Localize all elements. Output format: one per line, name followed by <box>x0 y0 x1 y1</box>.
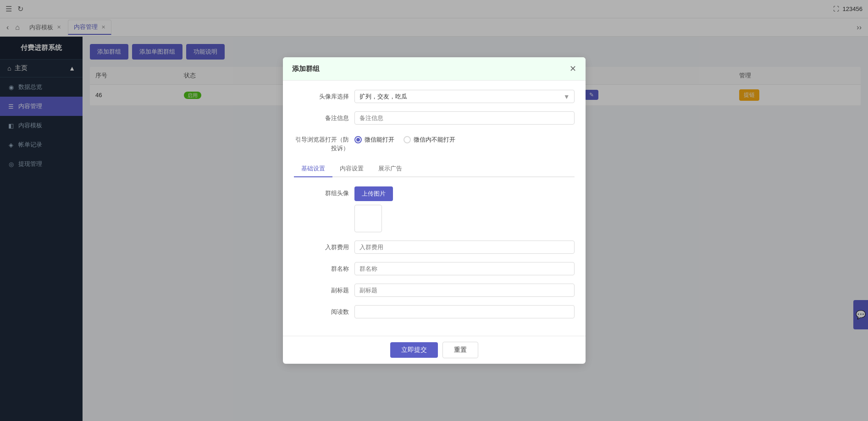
modal-close-button[interactable]: ✕ <box>569 64 576 74</box>
radio-dot-wechat-cannot <box>404 136 411 143</box>
radio-wechat-can-label: 微信能打开 <box>365 136 394 144</box>
add-group-modal: 添加群组 ✕ 头像库选择 扩列，交友，吃瓜 其他选项 ▼ 备注信息 <box>283 57 586 363</box>
fee-input[interactable] <box>354 241 575 254</box>
upload-image-button[interactable]: 上传图片 <box>354 186 393 201</box>
modal-title: 添加群组 <box>292 65 320 73</box>
note-label: 备注信息 <box>294 111 349 122</box>
fee-label: 入群费用 <box>294 241 349 252</box>
radio-wechat-cannot[interactable]: 微信内不能打开 <box>404 136 455 144</box>
reset-button[interactable]: 重置 <box>442 342 478 358</box>
group-name-label: 群名称 <box>294 262 349 273</box>
read-count-row: 阅读数 10万+ <box>294 305 575 318</box>
modal-footer: 立即提交 重置 <box>283 336 586 364</box>
modal-tab-ads[interactable]: 展示广告 <box>371 161 409 177</box>
modal-header: 添加群组 ✕ <box>283 57 586 81</box>
modal-overlay: 添加群组 ✕ 头像库选择 扩列，交友，吃瓜 其他选项 ▼ 备注信息 <box>0 0 868 421</box>
note-input[interactable] <box>354 111 575 125</box>
group-avatar-label: 群组头像 <box>294 186 349 197</box>
read-count-label: 阅读数 <box>294 305 349 316</box>
fee-row: 入群费用 <box>294 241 575 254</box>
modal-tabs: 基础设置 内容设置 展示广告 <box>294 161 575 177</box>
group-name-row: 群名称 <box>294 262 575 275</box>
note-row: 备注信息 <box>294 111 575 125</box>
modal-tab-basic[interactable]: 基础设置 <box>294 161 332 177</box>
avatar-lib-label: 头像库选择 <box>294 90 349 101</box>
radio-wechat-can[interactable]: 微信能打开 <box>354 136 394 144</box>
image-preview <box>354 205 382 232</box>
radio-dot-wechat-can <box>354 136 362 143</box>
browser-guide-label: 引导浏览器打开（防投诉） <box>294 133 349 152</box>
submit-button[interactable]: 立即提交 <box>390 342 438 358</box>
read-count-input[interactable]: 10万+ <box>354 305 575 318</box>
radio-group: 微信能打开 微信内不能打开 <box>354 133 455 144</box>
subtitle-label: 副标题 <box>294 284 349 295</box>
upload-area: 上传图片 <box>354 186 393 232</box>
modal-tab-content[interactable]: 内容设置 <box>332 161 371 177</box>
group-avatar-row: 群组头像 上传图片 <box>294 186 575 232</box>
subtitle-row: 副标题 <box>294 284 575 297</box>
avatar-lib-select-wrapper: 扩列，交友，吃瓜 其他选项 ▼ <box>354 90 575 103</box>
modal-body: 头像库选择 扩列，交友，吃瓜 其他选项 ▼ 备注信息 引导浏览器打开（防投诉） <box>283 81 586 335</box>
avatar-lib-row: 头像库选择 扩列，交友，吃瓜 其他选项 ▼ <box>294 90 575 103</box>
subtitle-input[interactable] <box>354 284 575 297</box>
browser-guide-row: 引导浏览器打开（防投诉） 微信能打开 微信内不能打开 <box>294 133 575 152</box>
radio-wechat-cannot-label: 微信内不能打开 <box>414 136 455 144</box>
avatar-lib-select[interactable]: 扩列，交友，吃瓜 其他选项 <box>354 90 575 103</box>
group-name-input[interactable] <box>354 262 575 275</box>
